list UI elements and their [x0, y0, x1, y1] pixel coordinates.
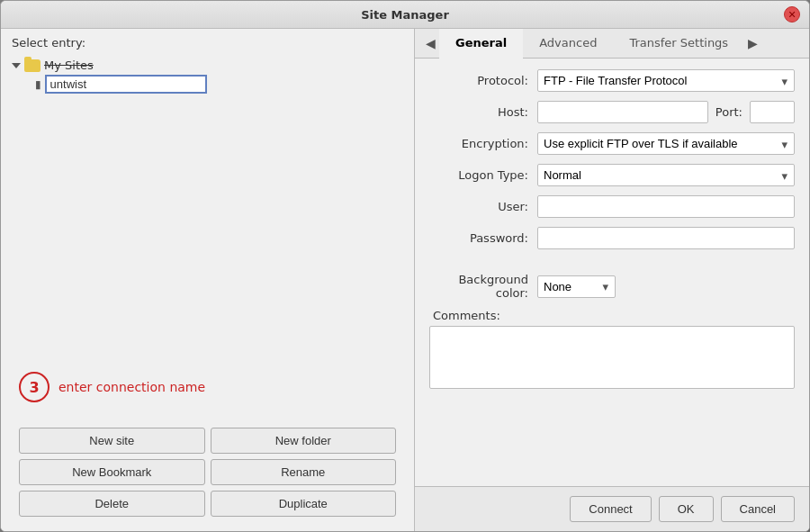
bg-color-label: Background color:	[429, 273, 537, 300]
bg-color-select-wrapper: None Red Green Blue Yellow Cyan Magenta	[537, 275, 616, 298]
form-area: Protocol: FTP - File Transfer Protocol S…	[415, 59, 809, 486]
folder-icon	[24, 59, 40, 72]
site-manager-dialog: Site Manager ✕ Select entry: My Sites ▮	[0, 0, 810, 532]
bottom-bar: Connect OK Cancel	[415, 486, 809, 531]
encryption-select-wrapper: Use explicit FTP over TLS if available O…	[537, 132, 795, 155]
encryption-select[interactable]: Use explicit FTP over TLS if available O…	[537, 132, 795, 155]
logon-type-label: Logon Type:	[429, 168, 537, 182]
tab-transfer-settings[interactable]: Transfer Settings	[613, 29, 744, 59]
port-label: Port:	[716, 105, 742, 119]
hint-area: 3 enter connection name	[1, 357, 414, 417]
hint-step-badge: 3	[19, 372, 50, 402]
password-row: Password:	[429, 227, 795, 249]
user-input[interactable]	[537, 195, 795, 218]
expand-arrow-icon	[12, 63, 21, 68]
host-input[interactable]	[537, 101, 708, 123]
tree-site-item[interactable]: ▮	[33, 74, 407, 95]
tab-advanced[interactable]: Advanced	[523, 29, 613, 59]
dialog-body: Select entry: My Sites ▮ 3 enter connect…	[1, 29, 809, 531]
connect-button[interactable]: Connect	[570, 496, 651, 522]
user-row: User:	[429, 195, 795, 218]
password-label: Password:	[429, 231, 537, 245]
bg-color-row: Background color: None Red Green Blue Ye…	[429, 273, 795, 300]
bg-color-select[interactable]: None Red Green Blue Yellow Cyan Magenta	[537, 275, 616, 298]
protocol-select[interactable]: FTP - File Transfer Protocol SFTP - SSH …	[537, 69, 795, 92]
tab-general[interactable]: General	[439, 29, 523, 59]
comments-textarea[interactable]	[429, 326, 795, 389]
logon-type-select-wrapper: Normal Anonymous Ask for password Intera…	[537, 164, 795, 186]
host-row: Host: Port:	[429, 101, 795, 123]
site-icon: ▮	[35, 78, 41, 91]
close-button[interactable]: ✕	[784, 6, 800, 23]
new-bookmark-button[interactable]: New Bookmark	[19, 459, 205, 485]
site-name-input[interactable]	[45, 75, 207, 94]
comments-section: Comments:	[429, 309, 795, 392]
host-port-group: Port:	[537, 101, 795, 123]
folder-label: My Sites	[44, 59, 94, 72]
tab-left-nav[interactable]: ◀	[422, 33, 439, 53]
left-panel: Select entry: My Sites ▮ 3 enter connect…	[1, 29, 415, 531]
comments-label: Comments:	[429, 309, 795, 322]
hint-text: enter connection name	[58, 380, 205, 394]
new-site-button[interactable]: New site	[19, 428, 205, 454]
password-input[interactable]	[537, 227, 795, 249]
logon-type-row: Logon Type: Normal Anonymous Ask for pas…	[429, 164, 795, 186]
tree-area: My Sites ▮	[1, 53, 414, 357]
left-buttons: New site New folder New Bookmark Rename …	[1, 417, 414, 531]
new-folder-button[interactable]: New folder	[211, 428, 397, 454]
protocol-row: Protocol: FTP - File Transfer Protocol S…	[429, 69, 795, 92]
protocol-label: Protocol:	[429, 74, 537, 87]
host-label: Host:	[429, 105, 537, 119]
encryption-row: Encryption: Use explicit FTP over TLS if…	[429, 132, 795, 155]
cancel-button[interactable]: Cancel	[721, 496, 795, 522]
duplicate-button[interactable]: Duplicate	[211, 491, 397, 517]
tab-right-nav[interactable]: ▶	[744, 33, 761, 53]
user-label: User:	[429, 200, 537, 213]
titlebar: Site Manager ✕	[1, 1, 809, 29]
ok-button[interactable]: OK	[659, 496, 714, 522]
protocol-select-wrapper: FTP - File Transfer Protocol SFTP - SSH …	[537, 69, 795, 92]
select-entry-label: Select entry:	[1, 29, 414, 53]
encryption-label: Encryption:	[429, 137, 537, 150]
port-input[interactable]	[750, 101, 795, 123]
logon-type-select[interactable]: Normal Anonymous Ask for password Intera…	[537, 164, 795, 186]
dialog-title: Site Manager	[26, 8, 784, 22]
tabs-bar: ◀ General Advanced Transfer Settings ▶	[415, 29, 809, 59]
right-panel: ◀ General Advanced Transfer Settings ▶ P…	[415, 29, 809, 531]
rename-button[interactable]: Rename	[211, 459, 397, 485]
delete-button[interactable]: Delete	[19, 491, 205, 517]
tree-folder[interactable]: My Sites	[8, 57, 407, 74]
tree-children: ▮	[8, 74, 407, 95]
